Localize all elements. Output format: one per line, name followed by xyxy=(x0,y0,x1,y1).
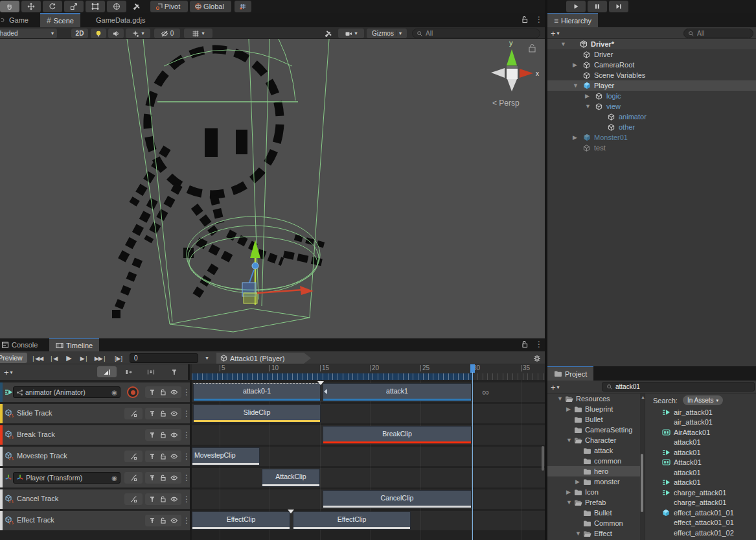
audio-toggle-button[interactable] xyxy=(108,29,124,38)
custom-tool-button[interactable] xyxy=(128,1,145,12)
add-track-button[interactable]: +▾ xyxy=(4,368,13,377)
search-result-effect_attack01_02[interactable]: effect_attack01_02 xyxy=(645,528,756,537)
prev-frame-button[interactable]: ❘◀ xyxy=(47,353,60,363)
eye-icon[interactable] xyxy=(170,452,178,460)
track-header-slide-track[interactable]: {}Slide Track⋮ xyxy=(0,404,190,423)
tab-scene[interactable]: #Scene xyxy=(40,13,80,27)
scene-tools-button[interactable] xyxy=(320,29,337,38)
track-header-animator--animator-[interactable]: animator (Animator)◉⋮ xyxy=(0,382,190,402)
chevron-down-icon[interactable]: ▼ xyxy=(566,499,572,506)
search-result-charge_attack01[interactable]: charge_attack01 xyxy=(645,498,756,508)
search-result-air_attack01[interactable]: air_attack01 xyxy=(645,407,756,417)
track-header-movestep-track[interactable]: {}Movestep Track⋮ xyxy=(0,447,190,466)
move-tool-button[interactable] xyxy=(21,1,41,12)
hierarchy-item-driver-[interactable]: ▼Driver* xyxy=(547,39,756,49)
gizmos-dropdown[interactable]: Gizmos▾ xyxy=(367,29,407,38)
chevron-down-icon[interactable]: ▼ xyxy=(566,437,572,443)
timeline-lock-icon[interactable] xyxy=(521,340,529,348)
chevron-down-icon[interactable]: ▼ xyxy=(575,530,581,537)
project-folder-bullet[interactable]: Bullet xyxy=(547,414,640,425)
clip-effectclip[interactable]: EffectClip xyxy=(192,511,290,530)
chevron-right-icon[interactable]: ▶ xyxy=(573,134,577,141)
track-header-effect-track[interactable]: {}Effect Track⋮ xyxy=(0,511,190,530)
eye-icon[interactable] xyxy=(170,517,178,524)
eye-icon[interactable] xyxy=(170,474,178,482)
hierarchy-item-scene-variables[interactable]: Scene Variables xyxy=(547,70,756,80)
curves-toggle-button[interactable] xyxy=(124,493,143,505)
shading-mode-dropdown[interactable]: Shaded▾ xyxy=(0,29,57,38)
chevron-right-icon[interactable]: ▶ xyxy=(585,93,590,99)
clip-boundary-marker[interactable] xyxy=(317,381,324,385)
next-frame-button[interactable]: ▶❘ xyxy=(78,353,91,363)
hierarchy-item-test[interactable]: test xyxy=(547,143,756,153)
eye-icon[interactable] xyxy=(170,410,178,417)
scene-search-input[interactable] xyxy=(426,30,536,37)
project-folder-character[interactable]: ▼Character xyxy=(547,435,640,445)
project-splitter[interactable]: ▲ xyxy=(640,393,645,540)
project-folder-attack[interactable]: attack xyxy=(547,445,640,456)
timeline-menu-icon[interactable]: ⋮ xyxy=(535,340,543,349)
track-splitter[interactable] xyxy=(190,380,192,540)
timeline-ruler[interactable]: 5101520253035 xyxy=(192,364,545,380)
project-folder-camerasetting[interactable]: CameraSetting xyxy=(547,425,640,435)
curves-toggle-button[interactable] xyxy=(124,451,143,462)
project-folder-icon[interactable]: ▶Icon xyxy=(547,487,640,497)
lighting-toggle-button[interactable] xyxy=(91,29,106,38)
lock-icon[interactable] xyxy=(159,495,167,503)
scene-view[interactable]: y x < Persp xyxy=(0,39,545,338)
hierarchy-search-input[interactable] xyxy=(697,30,749,37)
scale-tool-button[interactable] xyxy=(64,1,84,12)
clip-breakclip[interactable]: BreakClip xyxy=(323,426,472,444)
grid-snapping-button[interactable] xyxy=(235,1,251,12)
search-result-effect_attack01_01[interactable]: effect_attack01_01 xyxy=(645,508,756,517)
playhead-line[interactable] xyxy=(472,372,473,540)
pane-lock-icon[interactable] xyxy=(521,16,529,23)
project-folder-blueprint[interactable]: ▶Blueprint xyxy=(547,404,640,414)
step-button[interactable] xyxy=(609,1,628,12)
clip-attack1[interactable]: attack1 xyxy=(323,383,472,401)
2d-toggle-button[interactable]: 2D xyxy=(71,29,88,38)
tab-hierarchy[interactable]: ≡Hierarchy xyxy=(547,13,598,27)
object-picker-icon[interactable]: ◉ xyxy=(111,389,117,396)
mix-mode-button[interactable] xyxy=(97,366,117,377)
eye-icon[interactable] xyxy=(170,495,178,503)
search-result-effect_attack01_01[interactable]: effect_attack01_01 xyxy=(645,518,756,528)
rect-tool-button[interactable] xyxy=(86,1,105,12)
frame-field[interactable] xyxy=(130,353,198,363)
clip-cancelclip[interactable]: CancelClip xyxy=(323,490,472,508)
search-scope-dropdown[interactable]: In Assets▾ xyxy=(683,395,723,405)
mute-pin-icon[interactable] xyxy=(148,388,156,396)
transform-tool-button[interactable] xyxy=(107,1,126,12)
hierarchy-item-player[interactable]: ▼Player xyxy=(547,80,756,91)
project-folder-hero[interactable]: hero xyxy=(547,466,640,476)
chevron-down-icon[interactable]: ▼ xyxy=(585,103,591,110)
pivot-toggle-button[interactable]: Pivot xyxy=(150,1,188,12)
project-folder-bullet[interactable]: Bullet xyxy=(547,508,640,518)
lock-icon[interactable] xyxy=(159,452,167,460)
hierarchy-item-cameraroot[interactable]: ▶CameraRoot xyxy=(547,60,756,70)
object-picker-icon[interactable]: ◉ xyxy=(111,475,117,482)
hierarchy-item-view[interactable]: ▼view xyxy=(547,101,756,112)
chevron-right-icon[interactable]: ▶ xyxy=(573,62,577,68)
hierarchy-item-driver[interactable]: Driver xyxy=(547,49,756,60)
mute-pin-icon[interactable] xyxy=(148,410,156,417)
chevron-down-icon[interactable]: ▼ xyxy=(557,395,563,402)
search-result-attack01[interactable]: Attack01 xyxy=(645,458,756,467)
project-folder-effect[interactable]: ▼Effect xyxy=(547,528,640,539)
hand-tool-button[interactable] xyxy=(0,1,19,12)
hierarchy-item-animator[interactable]: animator xyxy=(547,112,756,122)
hierarchy-item-logic[interactable]: ▶logic xyxy=(547,91,756,101)
lock-icon[interactable] xyxy=(159,388,167,396)
track-header-break-track[interactable]: {}Break Track⋮ xyxy=(0,425,190,445)
project-folder-common[interactable]: Common xyxy=(547,518,640,528)
search-result-charge_attack01[interactable]: charge_attack01 xyxy=(645,487,756,497)
timeline-scrollbar[interactable] xyxy=(542,446,544,471)
clip-attack0-1[interactable]: attack0-1 xyxy=(193,383,321,401)
chevron-right-icon[interactable]: ▶ xyxy=(566,489,571,495)
lock-icon[interactable] xyxy=(159,431,167,439)
grid-visibility-dropdown[interactable]: ▾ xyxy=(184,29,212,38)
chevron-down-icon[interactable]: ▼ xyxy=(573,82,578,89)
search-result-air_attack01[interactable]: air_attack01 xyxy=(645,417,756,427)
replace-mode-button[interactable] xyxy=(141,366,161,377)
project-search-field[interactable] xyxy=(602,382,755,392)
